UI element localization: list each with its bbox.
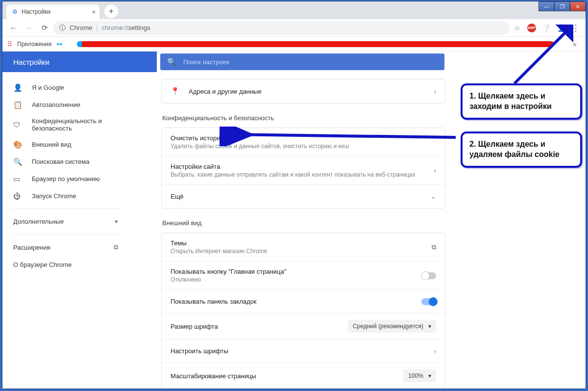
profile-icon[interactable]: 👤: [555, 22, 567, 34]
chevron-down-icon: ⌄: [431, 193, 436, 200]
close-tab-icon[interactable]: ×: [92, 8, 96, 16]
sidebar-item-extensions[interactable]: Расширения ⧉: [2, 238, 129, 256]
browser-icon: ▭: [13, 175, 22, 183]
section-privacy-title: Конфиденциальность и безопасность: [162, 114, 445, 122]
sidebar-item-appearance[interactable]: 🎨Внешний вид: [2, 136, 129, 153]
location-icon: 📍: [171, 87, 180, 96]
bookmark-item[interactable]: ●●: [56, 41, 62, 47]
palette-icon: 🎨: [13, 140, 22, 149]
annotation-callout-1: 1. Щелкаем здесь и заходим в настройки: [461, 83, 582, 120]
sidebar-item-privacy[interactable]: 🛡Конфиденциальность и безопасность: [2, 113, 129, 136]
chevron-right-icon: ›: [434, 167, 436, 174]
sidebar-item-on-startup[interactable]: ⏻Запуск Chrome: [2, 187, 129, 205]
annotation-callout-2: 2. Щелкаем здесь и удаляем файлы cookie: [461, 131, 582, 168]
open-external-icon: ⧉: [114, 243, 118, 251]
row-page-zoom[interactable]: Масштабирование страницы 100%▾: [162, 363, 445, 389]
select-font-size[interactable]: Средний (рекомендуется)▾: [348, 320, 436, 333]
row-addresses[interactable]: 📍Адреса и другие данные ›: [162, 79, 445, 103]
sidebar-item-default-browser[interactable]: ▭Браузер по умолчанию: [2, 170, 129, 187]
card-addresses: 📍Адреса и другие данные ›: [161, 79, 445, 104]
person-icon: 👤: [13, 83, 22, 92]
card-appearance: ТемыОткрыть Интернет-магазин Chrome ⧉ По…: [161, 233, 445, 389]
row-font-size[interactable]: Размер шрифта Средний (рекомендуется)▾: [162, 313, 445, 339]
settings-title: Настройки: [13, 58, 49, 66]
window-controls: — ❐ ✕: [539, 1, 586, 11]
search-icon: 🔍: [167, 57, 176, 66]
row-clear-history[interactable]: Очистить историюУдалить файлы cookie и д…: [162, 128, 445, 156]
new-tab-button[interactable]: +: [104, 4, 118, 18]
chevron-right-icon: ›: [434, 88, 436, 95]
url-path: settings: [128, 24, 150, 31]
back-button[interactable]: ←: [6, 21, 20, 35]
apps-icon[interactable]: ⠿: [7, 40, 12, 48]
gear-icon: ⚙: [12, 8, 18, 15]
settings-search[interactable]: 🔍: [160, 53, 444, 70]
search-icon: 🔍: [13, 157, 22, 166]
toggle-home-button[interactable]: [421, 272, 436, 279]
reload-button[interactable]: ⟳: [38, 21, 51, 35]
apps-label[interactable]: Приложения: [17, 41, 51, 48]
section-appearance-title: Внешний вид: [162, 219, 445, 227]
chevron-down-icon: ▾: [115, 218, 118, 225]
site-info-icon[interactable]: ⓘ: [59, 24, 66, 32]
toggle-bookmarks-bar[interactable]: [421, 298, 436, 305]
row-customize-fonts[interactable]: Настроить шрифты ›: [162, 339, 445, 363]
card-privacy: Очистить историюУдалить файлы cookie и д…: [161, 128, 445, 209]
settings-header: Настройки: [2, 52, 157, 72]
browser-toolbar: ← → ⟳ ⓘ Chrome | chrome://settings ☆ ABP…: [2, 19, 586, 37]
forward-button[interactable]: →: [22, 21, 36, 35]
sidebar-item-you-and-google[interactable]: 👤Я и Google: [2, 79, 129, 96]
tab-settings[interactable]: ⚙ Настройки ×: [6, 4, 99, 19]
row-bookmarks-bar[interactable]: Показывать панель закладок: [162, 289, 445, 313]
search-input[interactable]: [183, 58, 438, 66]
address-bar[interactable]: ⓘ Chrome | chrome://settings: [53, 21, 509, 35]
bookmark-star-icon[interactable]: ☆: [511, 22, 523, 34]
tab-title: Настройки: [22, 8, 50, 15]
select-page-zoom[interactable]: 100%▾: [403, 369, 436, 382]
dropdown-icon: ▾: [428, 323, 431, 330]
maximize-button[interactable]: ❐: [554, 1, 570, 11]
dropdown-icon: ▾: [428, 372, 431, 379]
sidebar-item-about[interactable]: О браузере Chrome: [2, 256, 129, 273]
close-window-button[interactable]: ✕: [570, 1, 586, 11]
tab-strip: ⚙ Настройки × +: [2, 1, 586, 19]
sidebar-item-search-engine[interactable]: 🔍Поисковая система: [2, 153, 129, 170]
settings-sidebar: 👤Я и Google 📋Автозаполнение 🛡Конфиденциа…: [2, 52, 129, 389]
sidebar-item-autofill[interactable]: 📋Автозаполнение: [2, 96, 129, 113]
address-secure-label: Chrome: [70, 24, 92, 31]
row-home-button[interactable]: Показывать кнопку "Главная страница"Откл…: [162, 261, 445, 289]
row-themes[interactable]: ТемыОткрыть Интернет-магазин Chrome ⧉: [162, 233, 445, 261]
minimize-button[interactable]: —: [539, 1, 554, 11]
row-more[interactable]: Ещё ⌄: [162, 184, 445, 208]
url-scheme: chrome://: [102, 24, 128, 31]
abp-extension-icon[interactable]: ABP: [526, 22, 538, 34]
power-icon: ⏻: [13, 192, 22, 200]
clipboard-icon: 📋: [13, 101, 22, 109]
help-icon[interactable]: ❔: [540, 22, 552, 34]
bookmarks-overflow-icon[interactable]: »: [569, 38, 581, 50]
open-external-icon: ⧉: [432, 243, 436, 251]
sidebar-item-advanced[interactable]: Дополнительные ▾: [2, 213, 129, 230]
chrome-menu-button[interactable]: ⋮: [570, 22, 582, 34]
chevron-right-icon: ›: [434, 347, 436, 355]
bookmarks-bar: ⠿ Приложения ●● »: [2, 37, 586, 52]
row-site-settings[interactable]: Настройки сайтаВыбрать, какие данные отп…: [162, 156, 445, 184]
shield-icon: 🛡: [13, 121, 22, 129]
bookmark-redacted-bar: [77, 41, 554, 47]
